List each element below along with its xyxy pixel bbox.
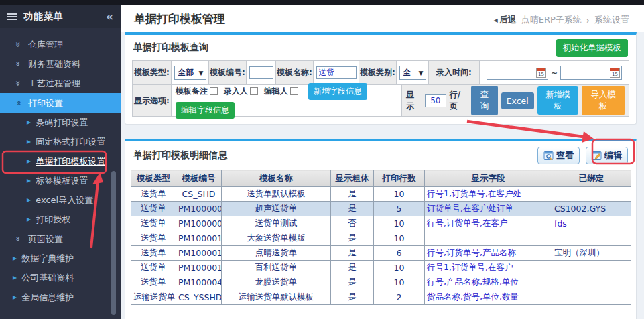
- remark-checkbox[interactable]: [210, 87, 218, 95]
- template-type-select[interactable]: 全部▼: [174, 66, 206, 80]
- triangle-right-icon: ▶: [27, 178, 31, 184]
- query-panel-title: 单据打印模板查询: [133, 42, 208, 54]
- checkbox-label-editor: 编辑人: [264, 86, 288, 97]
- triangle-right-icon: ▶: [27, 197, 31, 203]
- init-template-button[interactable]: 初始化单据模板: [556, 39, 629, 57]
- sidebar-scrollbar[interactable]: [111, 171, 116, 315]
- template-name-input[interactable]: [316, 66, 357, 79]
- sidebar-item-print-auth[interactable]: ▶打印授权: [0, 210, 121, 229]
- sidebar-header: 功能菜单 «: [0, 5, 121, 28]
- date-range-separator: ~: [551, 68, 558, 78]
- sidebar-item-print-settings[interactable]: »打印设置: [0, 93, 121, 113]
- calendar-icon[interactable]: 15: [610, 68, 620, 78]
- triangle-right-icon: ▶: [27, 158, 31, 164]
- sidebar-item-page-settings[interactable]: »页面设置: [0, 229, 121, 249]
- import-template-button[interactable]: 导入模板: [582, 86, 625, 115]
- entry-time-start-input[interactable]: 15: [487, 66, 548, 80]
- app-window: { "sidebar": { "title": "功能菜单", "items":…: [0, 0, 644, 319]
- sidebar-item-label-template[interactable]: ▶标签模板设置: [0, 171, 121, 190]
- checkbox-label-remark: 模板备注: [176, 86, 208, 97]
- query-panel: 单据打印模板查询 初始化单据模板 模板类型: 全部▼ 模板编号: 模板名称: 模…: [125, 32, 637, 125]
- query-panel-header: 单据打印模板查询 初始化单据模板: [125, 35, 636, 60]
- paging-cell: 显示 行/页 查询 Excel 新增模板 导入模板: [402, 85, 629, 116]
- table-header-row: 模板类型 模板编号 模板名称 显示粗体 打印行数 显示字段 已绑定: [131, 170, 631, 187]
- editor-checkbox[interactable]: [290, 87, 298, 95]
- view-button[interactable]: 查看: [537, 147, 580, 164]
- sidebar-item-barcode-print[interactable]: ▶条码打印设置: [0, 113, 121, 132]
- table-row[interactable]: 送货单PM1000019百利送货单是10行号1,订货单号,在客户: [131, 261, 631, 275]
- sidebar-item-warehouse[interactable]: »仓库管理: [0, 35, 121, 54]
- rows-per-page-input[interactable]: [425, 94, 446, 107]
- template-no-label: 模板编号:: [209, 61, 247, 84]
- per-page-label: 行/页: [450, 89, 468, 112]
- breadcrumb-page: 系统设置: [594, 14, 629, 26]
- table-row[interactable]: 送货单CS_SHD送货单默认模板是10行号1,订货单号,在客户处: [131, 187, 631, 202]
- template-category-label: 模板类别:: [359, 61, 397, 84]
- menu-list-icon: [7, 13, 17, 20]
- detail-panel: 单据打印模板明细信息 查看 编辑 模板类型 模板编号 模板名称 显示粗体 打印行…: [125, 139, 637, 319]
- display-options-cell: 模板备注 录入人 编辑人 新增字段信息 编辑字段信息: [172, 85, 402, 116]
- excel-button[interactable]: Excel: [501, 92, 534, 109]
- show-label: 显示: [406, 89, 422, 112]
- triangle-right-icon: ▶: [27, 216, 31, 222]
- page-title: 单据打印模板管理: [134, 11, 225, 27]
- chevron-down-icon: »: [13, 60, 23, 68]
- sidebar-item-company-basic[interactable]: ▶公司基础资料: [0, 268, 121, 288]
- sidebar-item-doc-print-template[interactable]: ▶单据打印模板设置: [0, 151, 121, 171]
- sidebar-item-process-mgmt[interactable]: »工艺过程管理: [0, 74, 121, 93]
- sidebar-item-global-info[interactable]: ▶全局信息维护: [0, 288, 121, 307]
- back-button[interactable]: ◀后退: [494, 14, 517, 26]
- sidebar-title: 功能菜单: [23, 11, 64, 23]
- table-row-selected[interactable]: 送货单PM1000001超声送货单是5订货单号,在客户处订单CS1002,GYS: [131, 202, 631, 216]
- chevron-down-icon: »: [13, 235, 23, 243]
- breadcrumb-app[interactable]: 点晴ERP子系统: [521, 14, 582, 26]
- view-icon: [543, 151, 554, 161]
- entry-person-checkbox[interactable]: [250, 87, 258, 95]
- checkbox-label-entry-person: 录入人: [224, 86, 248, 97]
- detail-panel-header: 单据打印模板明细信息 查看 编辑: [125, 141, 636, 170]
- chevron-down-icon: ▼: [419, 70, 424, 76]
- triangle-right-icon: ▶: [13, 294, 17, 300]
- chevron-down-icon: ▼: [199, 70, 204, 76]
- query-form: 模板类型: 全部▼ 模板编号: 模板名称: 模板类别: 全▼ 录入时间: 15 …: [132, 60, 629, 117]
- display-options-label: 显示选项:: [133, 85, 172, 116]
- table-row[interactable]: 送货单PM1000011大象送货单模版是10: [131, 231, 631, 246]
- add-field-info-button[interactable]: 新增字段信息: [308, 83, 367, 100]
- query-form-row-2: 显示选项: 模板备注 录入人 编辑人 新增字段信息 编辑字段信息 显示 行/页 …: [133, 84, 629, 116]
- template-name-label: 模板名称:: [276, 61, 314, 84]
- entry-time-label: 录入时间:: [429, 61, 480, 84]
- template-category-select[interactable]: 全▼: [399, 66, 426, 80]
- sidebar-item-excel-import[interactable]: ▶excel导入设置: [0, 190, 121, 210]
- sidebar-item-finance-basic[interactable]: »财务基础资料: [0, 54, 121, 74]
- triangle-right-icon: ▶: [27, 139, 31, 145]
- page-header: 单据打印模板管理 ◀后退 点晴ERP子系统 › 系统设置: [121, 5, 644, 32]
- table-row[interactable]: 运输送货单CS_YSSHD运输送货单默认模板是2货品名称,货号,单位,数量: [131, 290, 631, 305]
- triangle-right-icon: ▶: [13, 275, 17, 281]
- table-row[interactable]: 送货单PM1000009送货单测试否10行号,订货单号,在客户fds: [131, 216, 631, 231]
- template-table: 模板类型 模板编号 模板名称 显示粗体 打印行数 显示字段 已绑定 送货单CS_…: [131, 170, 631, 305]
- sidebar-menu: »仓库管理 »财务基础资料 »工艺过程管理 »打印设置 ▶条码打印设置 ▶固定格…: [0, 28, 121, 307]
- query-button[interactable]: 查询: [471, 86, 498, 115]
- calendar-icon[interactable]: 15: [536, 68, 546, 78]
- top-strip: [0, 0, 644, 5]
- table-row[interactable]: 送货单PM1000041龙膜送货单是10行号,产品名称,规格,单位: [131, 275, 631, 290]
- triangle-right-icon: ▶: [27, 119, 31, 125]
- chevron-down-icon: »: [13, 79, 23, 88]
- sidebar-item-fixed-format-print[interactable]: ▶固定格式打印设置: [0, 132, 121, 151]
- detail-panel-title: 单据打印模板明细信息: [133, 149, 227, 162]
- query-form-row-1: 模板类型: 全部▼ 模板编号: 模板名称: 模板类别: 全▼ 录入时间: 15 …: [133, 61, 629, 84]
- entry-time-end-input[interactable]: 15: [560, 66, 622, 80]
- edit-field-info-button[interactable]: 编辑字段信息: [176, 102, 235, 119]
- template-type-label: 模板类型:: [133, 61, 172, 84]
- back-icon: ◀: [494, 17, 498, 23]
- new-template-button[interactable]: 新增模板: [537, 86, 579, 115]
- sidebar-item-data-dictionary[interactable]: ▶数据字典维护: [0, 249, 121, 268]
- breadcrumb: ◀后退 点晴ERP子系统 › 系统设置: [494, 14, 629, 26]
- sidebar: 功能菜单 « »仓库管理 »财务基础资料 »工艺过程管理 »打印设置 ▶条码打印…: [0, 5, 121, 319]
- template-no-input[interactable]: [249, 66, 273, 79]
- edit-icon: [592, 151, 602, 161]
- edit-button[interactable]: 编辑: [586, 147, 628, 164]
- collapse-sidebar-icon[interactable]: «: [106, 10, 113, 23]
- table-row[interactable]: 送货单PM1000012点晴送货单是6行号,订货单号,产品名称宝明（深圳）: [131, 246, 631, 261]
- chevron-down-icon: »: [13, 40, 23, 49]
